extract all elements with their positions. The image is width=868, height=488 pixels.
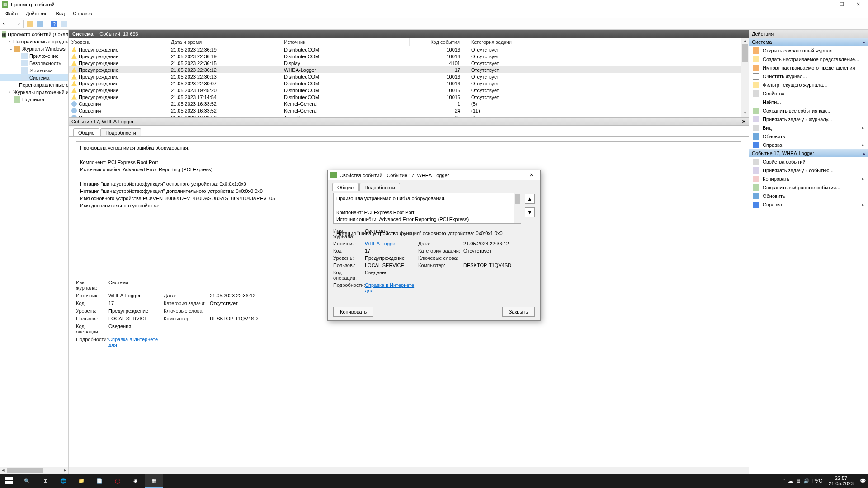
search-button[interactable]: 🔍	[18, 474, 36, 488]
menubar: Файл Действие Вид Справка	[0, 9, 868, 18]
dialog-close-button-2[interactable]: Закрыть	[502, 307, 535, 317]
action-item[interactable]: Сохранить выбранные события...	[749, 183, 868, 192]
action-item[interactable]: Свойства	[749, 89, 868, 98]
chevron-right-icon: ▸	[862, 126, 864, 130]
tree-item[interactable]: Подписки	[0, 96, 68, 103]
menu-file[interactable]: Файл	[2, 10, 21, 17]
warning-icon	[71, 74, 77, 80]
clear-icon	[753, 73, 759, 80]
dialog-close-button[interactable]: ✕	[525, 172, 538, 178]
tree-item[interactable]: ›Настраиваемые представления	[0, 38, 68, 45]
action-item[interactable]: Вид▸	[749, 123, 868, 132]
dialog-msg-scrollbar[interactable]	[514, 193, 521, 223]
table-row[interactable]: Сведения21.05.2023 16:33:52Kernel-Genera…	[69, 107, 741, 114]
table-row[interactable]: Предупреждение21.05.2023 22:36:19Distrib…	[69, 53, 741, 60]
table-row[interactable]: Предупреждение21.05.2023 22:30:07Distrib…	[69, 80, 741, 87]
dialog-online-help-link[interactable]: Справка в Интернете для	[365, 282, 414, 293]
actions-pane: Действия Система▴ Открыть сохраненный жу…	[749, 30, 868, 474]
action-item[interactable]: Справка▸	[749, 141, 868, 149]
tree-item[interactable]: Безопасность	[0, 60, 68, 67]
dialog-tab-general[interactable]: Общие	[332, 183, 359, 191]
toolbar-showpane-button[interactable]	[26, 19, 35, 28]
actions-section-system[interactable]: Система▴	[749, 38, 868, 46]
action-item[interactable]: Найти...	[749, 98, 868, 106]
nav-forward-button[interactable]: ⟹	[12, 19, 21, 28]
action-item[interactable]: Обновить	[749, 192, 868, 200]
taskview-button[interactable]: ⊞	[36, 474, 54, 488]
chevron-right-icon: ▸	[862, 143, 864, 147]
tray-volume-icon[interactable]: 🔊	[803, 478, 810, 484]
steam-button[interactable]: ◉	[127, 474, 145, 488]
menu-action[interactable]: Действие	[22, 10, 51, 17]
dialog-copy-button[interactable]: Копировать	[333, 307, 373, 317]
table-row[interactable]: Предупреждение21.05.2023 22:36:12WHEA-Lo…	[69, 66, 741, 73]
refresh-icon	[753, 133, 759, 140]
detail-close-button[interactable]: ✕	[742, 119, 746, 125]
tree-item[interactable]: Приложение	[0, 52, 68, 60]
menu-view[interactable]: Вид	[52, 10, 68, 17]
chevron-right-icon: ▸	[862, 202, 864, 207]
action-item[interactable]: Обновить	[749, 132, 868, 141]
table-row[interactable]: Предупреждение21.05.2023 22:36:15Display…	[69, 60, 741, 66]
action-item[interactable]: Фильтр текущего журнала...	[749, 80, 868, 89]
online-help-link[interactable]: Справка в Интернете для	[108, 337, 158, 347]
dialog-prev-button[interactable]: ▲	[525, 194, 535, 204]
toolbar-view2-button[interactable]	[60, 19, 69, 28]
minimize-button[interactable]: ─	[817, 0, 834, 9]
table-row[interactable]: Предупреждение21.05.2023 22:30:13Distrib…	[69, 73, 741, 80]
action-item[interactable]: Очистить журнал...	[749, 72, 868, 80]
tab-details[interactable]: Подробности	[100, 128, 141, 137]
close-button[interactable]: ✕	[850, 0, 866, 9]
toolbar-help-button[interactable]: ?	[50, 19, 59, 28]
dialog-tab-details[interactable]: Подробности	[359, 183, 400, 191]
tray-network-icon[interactable]: 🖥	[796, 478, 801, 483]
tray-cloud-icon[interactable]: ☁	[788, 478, 793, 484]
explorer-button[interactable]: 📁	[72, 474, 90, 488]
action-item[interactable]: Копировать▸	[749, 174, 868, 183]
action-item[interactable]: Сохранить все события как...	[749, 106, 868, 115]
table-row[interactable]: Сведения21.05.2023 16:33:52Time-Service3…	[69, 114, 741, 117]
action-item[interactable]: Импорт настраиваемого представления	[749, 63, 868, 72]
opera-button[interactable]: ◯	[108, 474, 127, 488]
table-row[interactable]: Предупреждение21.05.2023 22:36:19Distrib…	[69, 46, 741, 53]
maximize-button[interactable]: ☐	[834, 0, 850, 9]
filter-icon	[753, 56, 759, 62]
dialog-next-button[interactable]: ▼	[525, 207, 535, 217]
info-icon	[71, 115, 77, 117]
tab-general[interactable]: Общие	[73, 128, 99, 137]
action-item[interactable]: Создать настраиваемое представление...	[749, 55, 868, 63]
table-row[interactable]: Предупреждение21.05.2023 19:45:20Distrib…	[69, 87, 741, 94]
table-row[interactable]: Сведения21.05.2023 16:33:52Kernel-Genera…	[69, 100, 741, 107]
tree-item[interactable]: ⌄Журналы Windows	[0, 45, 68, 52]
taskbar-clock[interactable]: 22:5721.05.2023	[825, 475, 857, 486]
grid-vscrollbar[interactable]: ▴▾	[741, 38, 749, 117]
tree-item[interactable]: Перенаправленные события	[0, 81, 68, 89]
center-hscrollbar[interactable]	[69, 467, 749, 474]
tray-chevron-icon[interactable]: ˄	[783, 478, 785, 484]
edge-button[interactable]: 🌐	[54, 474, 72, 488]
table-row[interactable]: Предупреждение21.05.2023 17:14:54Distrib…	[69, 94, 741, 100]
action-item[interactable]: Привязать задачу к журналу...	[749, 115, 868, 123]
tree-hscrollbar[interactable]: ◂▸	[0, 467, 68, 474]
actions-section-event[interactable]: Событие 17, WHEA-Logger▴	[749, 149, 868, 157]
tree-item[interactable]: Система	[0, 74, 68, 81]
grid-header[interactable]: Уровень Дата и время Источник Код событи…	[69, 38, 741, 46]
toolbar-view1-button[interactable]	[36, 19, 45, 28]
tree-item[interactable]: Установка	[0, 67, 68, 74]
action-item[interactable]: Справка▸	[749, 200, 868, 209]
log-icon	[21, 60, 28, 66]
tree-root[interactable]: ▦ Просмотр событий (Локальный)	[0, 31, 68, 38]
eventvwr-taskbar-button[interactable]: ▦	[145, 474, 163, 488]
tree-item[interactable]: ›Журналы приложений и служб	[0, 89, 68, 96]
start-button[interactable]	[0, 474, 18, 488]
tray-notifications-icon[interactable]: 💬	[860, 478, 866, 484]
action-item[interactable]: Привязать задачу к событию...	[749, 166, 868, 174]
menu-help[interactable]: Справка	[69, 10, 96, 17]
tray-lang[interactable]: РУС	[812, 478, 822, 483]
notepad-button[interactable]: 📄	[90, 474, 108, 488]
view-log-name: Система	[72, 31, 93, 37]
action-item[interactable]: Открыть сохраненный журнал...	[749, 46, 868, 55]
action-item[interactable]: Свойства событий	[749, 157, 868, 166]
log-icon	[21, 75, 28, 81]
nav-back-button[interactable]: ⟸	[2, 19, 11, 28]
